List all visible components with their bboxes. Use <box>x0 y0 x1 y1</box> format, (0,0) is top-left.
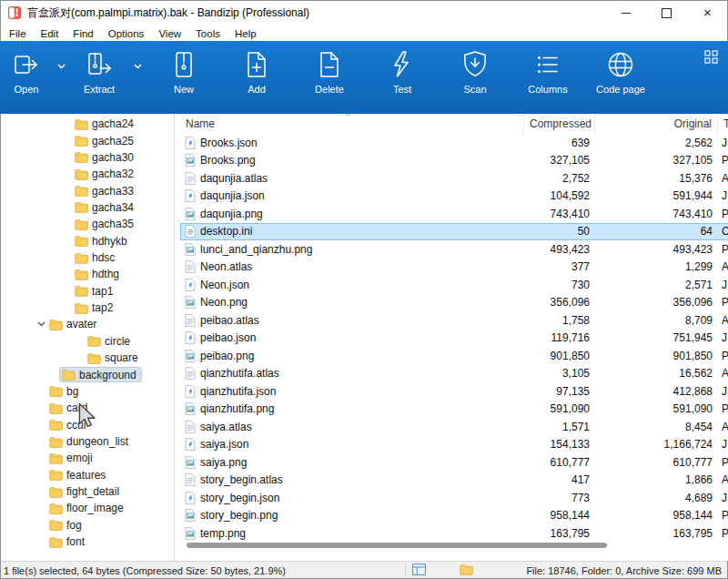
file-row-Neon.png[interactable]: Neon.png356,096356,096P <box>180 294 728 312</box>
file-original-size: 163,795 <box>595 527 718 540</box>
tree-item-tap1[interactable]: tap1 <box>0 283 174 300</box>
json-file-icon <box>185 189 196 202</box>
tree-item-content: dungeon_list <box>47 435 133 449</box>
file-row-saiya.atlas[interactable]: saiya.atlas1,5718,454A <box>180 418 728 436</box>
close-button[interactable] <box>687 0 728 25</box>
file-row-saiya.png[interactable]: saiya.png610,777610,777P <box>180 453 728 472</box>
file-compressed-size: 3,105 <box>524 367 595 380</box>
column-header-type[interactable]: T <box>718 114 728 134</box>
tree-item-gacha30[interactable]: gacha30 <box>0 149 174 166</box>
column-header-original[interactable]: Original <box>595 114 718 134</box>
tree-item-features[interactable]: features <box>0 467 174 483</box>
file-row-temp.png[interactable]: temp.png163,795163,795P <box>180 524 728 543</box>
tree-item-tap2[interactable]: tap2 <box>0 300 174 316</box>
tree-item-gacha32[interactable]: gacha32 <box>0 166 174 182</box>
menu-file[interactable]: File <box>2 28 34 39</box>
file-row-Neon.json[interactable]: Neon.json7302,571J <box>180 276 728 294</box>
toolbar-codepage-button[interactable]: Code page <box>584 48 657 95</box>
file-compressed-size: 591,090 <box>524 402 595 415</box>
layout-grid-button[interactable] <box>703 50 719 66</box>
file-original-size: 610,777 <box>595 456 718 469</box>
tree-item-gacha33[interactable]: gacha33 <box>0 182 174 198</box>
tree-item-gacha35[interactable]: gacha35 <box>0 216 174 232</box>
toolbar-new-button[interactable]: New <box>147 48 220 95</box>
tree-item-gacha25[interactable]: gacha25 <box>0 132 174 148</box>
toolbar-add-label: Add <box>248 84 266 95</box>
toolbar-extract-dropdown-button[interactable] <box>127 48 147 81</box>
tree-item-bg[interactable]: bg <box>0 383 174 400</box>
file-row-peibao.png[interactable]: peibao.png901,850901,850P <box>180 347 728 365</box>
file-row-daqunjia.json[interactable]: daqunjia.json104,592591,944J <box>180 188 728 206</box>
toolbar-delete-button[interactable]: Delete <box>293 48 366 95</box>
tree-item-hdhykb[interactable]: hdhykb <box>0 233 174 249</box>
file-row-daqunjia.png[interactable]: daqunjia.png743,410743,410P <box>180 205 728 223</box>
tree-item-content: square <box>86 351 143 365</box>
file-row-peibao.json[interactable]: peibao.json119,716751,945J <box>180 330 728 348</box>
title-bar[interactable]: 盲盒派对(com.palmpi.matrix).bak - Bandizip (… <box>0 0 728 25</box>
toolbar-extract-button[interactable]: Extract <box>71 48 127 95</box>
menu-tools[interactable]: Tools <box>188 28 228 39</box>
column-header-name[interactable]: Name <box>180 114 524 134</box>
menu-view[interactable]: View <box>151 28 188 39</box>
toolbar-columns-button[interactable]: Columns <box>511 48 584 95</box>
horizontal-scrollbar-thumb[interactable] <box>187 543 607 548</box>
toolbar-scan-button[interactable]: Scan <box>439 48 511 95</box>
tree-item-ccui[interactable]: ccui <box>0 416 174 432</box>
toolbar-test-button[interactable]: Test <box>366 48 439 95</box>
tree-item-floor_image[interactable]: floor_image <box>0 500 174 516</box>
tree-item-fog[interactable]: fog <box>0 517 174 533</box>
file-compressed-size: 163,795 <box>524 527 595 540</box>
toolbar-open-button[interactable]: Open <box>2 48 51 95</box>
menu-options[interactable]: Options <box>101 28 152 39</box>
tree-item-label: fog <box>66 520 82 531</box>
toolbar-add-button[interactable]: Add <box>220 48 293 95</box>
toolbar-open-dropdown-button[interactable] <box>51 48 71 81</box>
menu-edit[interactable]: Edit <box>34 28 66 39</box>
tree-item-gacha24[interactable]: gacha24 <box>0 116 174 132</box>
open-folder-button[interactable] <box>458 564 474 578</box>
menu-find[interactable]: Find <box>66 28 100 39</box>
minimize-button[interactable] <box>605 0 646 25</box>
file-row-Neon.atlas[interactable]: Neon.atlas3771,299A <box>180 259 728 277</box>
column-name-label: Name <box>186 117 215 130</box>
tree-item-fight_detail[interactable]: fight_detail <box>0 483 174 500</box>
tree-item-emoji[interactable]: emoji <box>0 450 174 466</box>
file-row-story_begin.png[interactable]: story_begin.png958,144958,144P <box>180 507 728 525</box>
file-row-qianzhutifa.png[interactable]: qianzhutifa.png591,090591,090P <box>180 401 728 419</box>
file-row-peibao.atlas[interactable]: peibao.atlas1,7588,709A <box>180 311 728 330</box>
file-name-text: qianzhutifa.png <box>200 402 274 415</box>
tree-item-font[interactable]: font <box>0 533 174 550</box>
maximize-button[interactable] <box>646 0 687 25</box>
file-compressed-size: 1,758 <box>524 314 595 327</box>
tree-item-square[interactable]: square <box>0 350 174 366</box>
tree-item-dungeon_list[interactable]: dungeon_list <box>0 433 174 450</box>
tree-item-hdthg[interactable]: hdthg <box>0 266 174 282</box>
tree-item-background[interactable]: background <box>0 366 174 382</box>
file-row-desktop.ini[interactable]: desktop.ini5064C <box>180 223 728 241</box>
file-row-Brooks.png[interactable]: Brooks.png327,105327,105P <box>180 152 728 170</box>
tree-item-card[interactable]: card <box>0 400 174 416</box>
file-row-story_begin.json[interactable]: story_begin.json7734,689J <box>180 489 728 507</box>
file-row-qianzhutifa.json[interactable]: qianzhutifa.json97,135412,868J <box>180 382 728 401</box>
file-row-Brooks.json[interactable]: Brooks.json6392,562J <box>180 134 728 152</box>
file-row-story_begin.atlas[interactable]: story_begin.atlas4171,866A <box>180 472 728 490</box>
file-name-text: Brooks.png <box>200 154 256 167</box>
column-header-compressed[interactable]: Compressed <box>524 114 595 134</box>
file-name-cell: story_begin.png <box>180 509 524 522</box>
file-list-header: Name Compressed Original T <box>180 114 728 134</box>
file-original-size: 8,454 <box>595 421 718 433</box>
file-original-size: 493,423 <box>595 243 718 256</box>
file-row-lunci_and_qianzhu.png[interactable]: lunci_and_qianzhu.png493,423493,423P <box>180 240 728 259</box>
menu-help[interactable]: Help <box>228 28 264 39</box>
tree-item-avater[interactable]: avater <box>0 316 174 332</box>
chevron-expanded-icon[interactable] <box>35 321 47 327</box>
tree-item-circle[interactable]: circle <box>0 333 174 350</box>
layout-grid-icon <box>704 50 718 67</box>
tree-item-gacha34[interactable]: gacha34 <box>0 199 174 216</box>
file-row-qianzhutifa.atlas[interactable]: qianzhutifa.atlas3,10516,562A <box>180 365 728 383</box>
ini-file-icon <box>185 225 196 238</box>
file-row-daqunjia.atlas[interactable]: daqunjia.atlas2,75215,376A <box>180 169 728 188</box>
tree-item-hdsc[interactable]: hdsc <box>0 249 174 266</box>
file-row-saiya.json[interactable]: saiya.json154,1331,166,724J <box>180 436 728 454</box>
list-view-button[interactable] <box>410 564 427 578</box>
